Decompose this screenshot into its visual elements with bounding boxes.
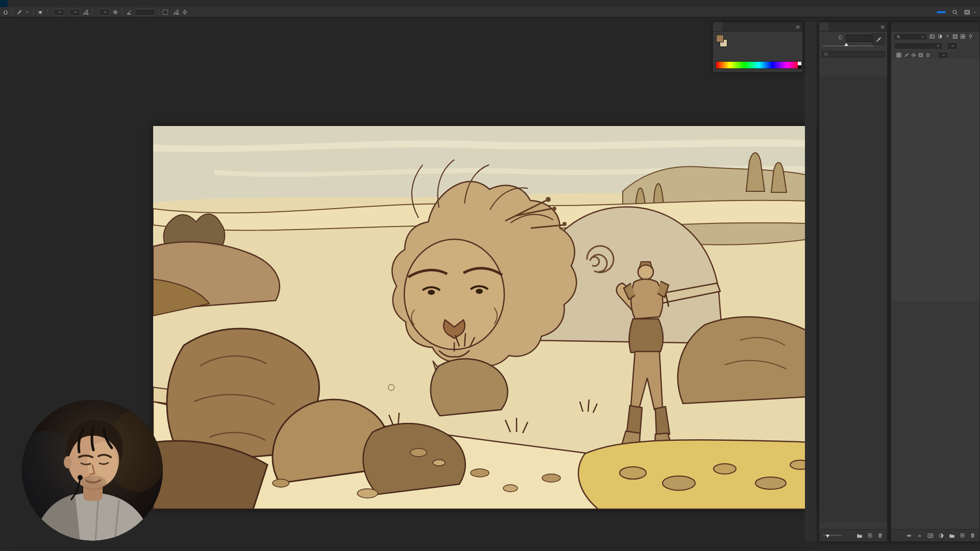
- color-panel: [713, 22, 803, 72]
- filter-type-icon[interactable]: T: [945, 34, 950, 39]
- tool-options-bar: [0, 7, 980, 17]
- preview-size-slider[interactable]: [822, 533, 843, 538]
- brush-size-field[interactable]: [846, 35, 872, 42]
- mode-dropdown[interactable]: [54, 9, 64, 16]
- filter-pixel-icon[interactable]: [929, 34, 935, 39]
- blend-mode-dropdown[interactable]: [894, 42, 943, 49]
- layers-panel-footer: fx: [891, 529, 979, 541]
- brush-search-input[interactable]: [822, 51, 885, 58]
- panel-menu-icon[interactable]: [880, 22, 887, 31]
- brushes-panel-footer: [819, 529, 887, 541]
- foreground-color-swatch[interactable]: [716, 35, 724, 42]
- smoothing-gear-icon[interactable]: [112, 9, 118, 15]
- menu-bar: [0, 0, 980, 8]
- new-brush-group-button[interactable]: [856, 533, 863, 539]
- fill-dropdown[interactable]: [938, 52, 948, 59]
- tab-brushes[interactable]: [819, 22, 828, 31]
- pressure-size-icon[interactable]: [173, 9, 179, 15]
- webcam-video: [22, 400, 163, 541]
- filter-shape-icon[interactable]: [952, 34, 958, 39]
- share-button[interactable]: [937, 11, 946, 13]
- brushes-panel: [819, 22, 888, 542]
- search-icon[interactable]: [952, 9, 958, 15]
- opacity-dropdown[interactable]: [69, 9, 80, 16]
- brush-size-slider[interactable]: [823, 45, 874, 46]
- delete-layer-button[interactable]: [970, 533, 975, 538]
- add-mask-button[interactable]: [927, 533, 934, 539]
- document-canvas[interactable]: [153, 126, 816, 509]
- brush-angle-field[interactable]: [135, 9, 155, 16]
- layer-list: [891, 59, 979, 301]
- smoothing-dropdown[interactable]: [99, 9, 110, 16]
- chevron-down-icon: [25, 10, 30, 14]
- reset-size-icon[interactable]: [838, 35, 843, 40]
- layer-opacity-dropdown[interactable]: [947, 42, 958, 49]
- tool-preset-icon[interactable]: [16, 9, 22, 15]
- layers-panel: T fx: [891, 22, 980, 542]
- filter-smart-object-icon[interactable]: [960, 34, 966, 39]
- pressure-opacity-icon[interactable]: [83, 9, 89, 15]
- svg-text:fx: fx: [918, 534, 921, 537]
- link-layers-button[interactable]: [906, 533, 912, 539]
- brush-stroke-preview-toggle[interactable]: [872, 34, 885, 45]
- lock-transparency-icon[interactable]: [896, 52, 902, 58]
- new-brush-button[interactable]: [867, 533, 873, 538]
- home-icon[interactable]: [3, 9, 9, 15]
- blend-mode-row: [891, 41, 979, 50]
- webcam-overlay: [22, 400, 163, 541]
- filter-kind-dropdown[interactable]: [894, 33, 927, 40]
- filter-adjustment-icon[interactable]: [937, 34, 943, 39]
- brush-angle-icon: [126, 9, 132, 15]
- brush-tip-preview[interactable]: [37, 9, 43, 15]
- search-icon: [824, 52, 828, 57]
- workspace-switcher-icon[interactable]: [964, 9, 970, 15]
- symmetry-icon[interactable]: [182, 9, 188, 15]
- recent-brushes-row: [821, 60, 886, 74]
- adjustment-layer-button[interactable]: [938, 533, 944, 539]
- chevron-down-icon: [973, 10, 977, 14]
- artwork-illustration: [153, 126, 816, 509]
- auto-erase-checkbox[interactable]: [163, 10, 168, 15]
- delete-brush-button[interactable]: [877, 533, 883, 538]
- new-group-button[interactable]: [949, 533, 955, 539]
- lock-all-icon[interactable]: [925, 53, 930, 58]
- tab-color[interactable]: [713, 22, 722, 31]
- lock-artboard-icon[interactable]: [918, 53, 923, 58]
- lock-pixels-icon[interactable]: [904, 53, 909, 58]
- lock-position-icon[interactable]: [911, 53, 916, 58]
- collapsed-panels-dock: [805, 22, 817, 542]
- lock-row: [891, 51, 979, 59]
- new-layer-button[interactable]: [960, 533, 965, 538]
- filter-pin-icon[interactable]: [968, 34, 973, 39]
- color-spectrum-ramp[interactable]: [716, 61, 802, 69]
- brush-list: [819, 77, 887, 522]
- panel-menu-icon[interactable]: [795, 22, 802, 31]
- svg-text:T: T: [946, 34, 949, 39]
- layer-filter-row: T: [891, 32, 979, 41]
- layer-style-button[interactable]: fx: [917, 533, 923, 539]
- brush-cursor: [388, 384, 395, 391]
- photoshop-window: T fx: [0, 0, 980, 551]
- photoshop-logo: [0, 0, 8, 7]
